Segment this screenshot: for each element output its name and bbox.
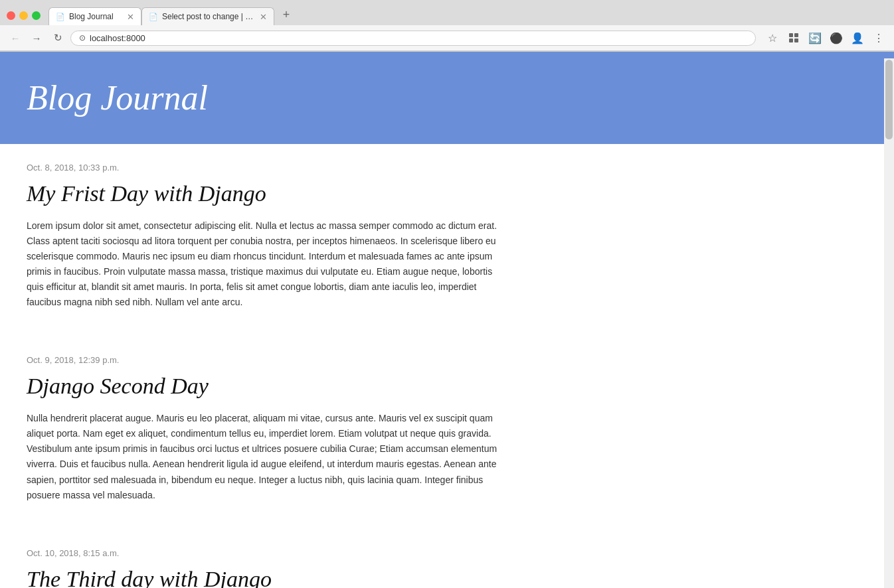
bookmark-icon[interactable]: ☆	[764, 29, 781, 46]
nav-icons: ☆ 🔄 ⚫ 👤 ⋮	[764, 29, 887, 46]
blog-post-3: Oct. 10, 2018, 8:15 a.m. The Third day w…	[27, 530, 505, 588]
tab-favicon-2: 📄	[149, 13, 158, 21]
blog-content: Oct. 8, 2018, 10:33 p.m. My Frist Day wi…	[0, 144, 531, 588]
post-date-2: Oct. 9, 2018, 12:39 p.m.	[27, 355, 505, 365]
post-body-1: Lorem ipsum dolor sit amet, consectetur …	[27, 218, 505, 311]
blog-post-2: Oct. 9, 2018, 12:39 p.m. Django Second D…	[27, 336, 505, 529]
scrollbar-thumb[interactable]	[885, 60, 893, 139]
menu-icon[interactable]: ⋮	[870, 29, 887, 46]
post-body-2: Nulla hendrerit placerat augue. Mauris e…	[27, 411, 505, 503]
blog-title: Blog Journal	[27, 78, 867, 117]
extensions-icon[interactable]	[785, 29, 802, 46]
sync-icon[interactable]: 🔄	[806, 29, 824, 46]
close-window-button[interactable]	[7, 11, 15, 20]
tabs-bar: 📄 Blog Journal ✕ 📄 Select post to change…	[48, 5, 887, 25]
tab-django-admin[interactable]: 📄 Select post to change | Django ✕	[141, 7, 274, 25]
address-bar[interactable]: ⊙ localhost:8000	[70, 31, 756, 46]
svg-rect-0	[789, 33, 793, 37]
blog-header: Blog Journal	[0, 52, 894, 144]
page-wrapper: Blog Journal Oct. 8, 2018, 10:33 p.m. My…	[0, 52, 894, 588]
tab-close-1[interactable]: ✕	[127, 13, 134, 21]
address-bar-url: localhost:8000	[90, 33, 747, 43]
title-bar: 📄 Blog Journal ✕ 📄 Select post to change…	[0, 0, 894, 25]
refresh-button[interactable]: ↻	[49, 29, 66, 46]
post-title-3: The Third day with Django	[27, 566, 505, 588]
profile-icon[interactable]: 👤	[849, 29, 866, 46]
blog-post-1: Oct. 8, 2018, 10:33 p.m. My Frist Day wi…	[27, 144, 505, 336]
nav-bar: ← → ↻ ⊙ localhost:8000 ☆ 🔄 ⚫ 👤 ⋮	[0, 25, 894, 51]
post-date-1: Oct. 8, 2018, 10:33 p.m.	[27, 163, 505, 173]
minimize-window-button[interactable]	[19, 11, 28, 20]
back-button[interactable]: ←	[7, 29, 24, 46]
tab-title-1: Blog Journal	[69, 12, 123, 21]
browser-chrome: 📄 Blog Journal ✕ 📄 Select post to change…	[0, 0, 894, 52]
post-date-3: Oct. 10, 2018, 8:15 a.m.	[27, 548, 505, 558]
address-lock-icon: ⊙	[79, 33, 86, 42]
svg-rect-1	[794, 33, 798, 37]
post-title-2: Django Second Day	[27, 373, 505, 400]
record-icon[interactable]: ⚫	[828, 29, 845, 46]
tab-close-2[interactable]: ✕	[260, 13, 267, 21]
tab-blog-journal[interactable]: 📄 Blog Journal ✕	[48, 7, 141, 25]
svg-rect-3	[794, 38, 798, 42]
window-controls	[7, 11, 41, 20]
maximize-window-button[interactable]	[32, 11, 41, 20]
scrollbar[interactable]	[884, 58, 894, 588]
tab-favicon-1: 📄	[56, 13, 65, 21]
forward-button[interactable]: →	[28, 29, 45, 46]
post-title-1: My Frist Day with Django	[27, 181, 505, 208]
tab-title-2: Select post to change | Django	[162, 12, 256, 21]
new-tab-button[interactable]: +	[277, 5, 296, 24]
svg-rect-2	[789, 38, 793, 42]
